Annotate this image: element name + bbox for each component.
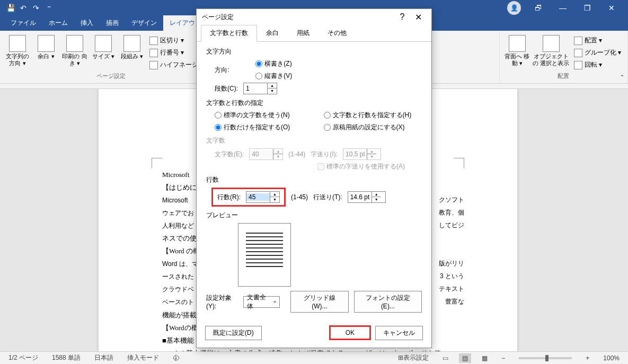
tab-margins[interactable]: 余白 [257, 25, 288, 41]
ribbon-options-icon[interactable]: 🗗 [526, 0, 551, 16]
lines-spinner[interactable]: ▲▼ [246, 191, 280, 203]
section-lines: 行数 [206, 175, 422, 184]
radio-both[interactable]: 文字数と行数を指定する(H) [324, 111, 422, 120]
margin-mark-tl [152, 158, 162, 168]
columns-button[interactable]: 段組み ▾ [119, 33, 145, 60]
margin-mark-tr [454, 158, 464, 168]
columns-spinner[interactable]: ▲▼ [243, 83, 277, 94]
tab-insert[interactable]: 挿入 [74, 15, 100, 31]
view-web-icon[interactable]: ▦ [479, 353, 491, 363]
view-read-icon[interactable]: ▭ [439, 353, 452, 363]
undo-icon[interactable]: ↶ [17, 2, 30, 14]
preview-thumbnail [238, 223, 291, 287]
dialog-title: ページ設定 [202, 13, 234, 22]
display-settings[interactable]: ⊞表示設定 [395, 352, 432, 363]
size-button[interactable]: サイズ ▾ [90, 33, 117, 60]
highlight-lines-input: 行数(R): ▲▼ [211, 188, 286, 207]
grid-lines-button[interactable]: グリッド線(W)... [290, 291, 349, 313]
radio-horizontal[interactable]: 横書き(Z) [255, 59, 292, 68]
rotate-button[interactable]: 回転 ▾ [572, 59, 623, 70]
chars-spinner: ▲▼ [249, 148, 283, 160]
orientation-button[interactable]: 印刷の 向き ▾ [61, 33, 88, 67]
chars-range: (1-44) [288, 150, 305, 158]
lines-range: (1-45) [291, 193, 308, 201]
minimize-button[interactable]: — [551, 0, 575, 16]
apply-to-label: 設定対象(Y): [206, 294, 238, 310]
ribbon-group-arrange: 背面へ 移動 ▾ オブジェクトの 選択と表示 配置 ▾ グループ化 ▾ 回転 ▾… [499, 31, 628, 83]
language-indicator[interactable]: 日本語 [91, 352, 117, 363]
collapse-ribbon-icon[interactable]: ⌃ [620, 74, 625, 81]
qat-more-icon[interactable]: ⁼ [42, 2, 55, 14]
dialog-tabs: 文字数と行数 余白 用紙 その他 [197, 25, 431, 42]
maximize-button[interactable]: ❐ [575, 0, 599, 16]
zoom-slider[interactable] [519, 357, 572, 359]
selection-pane-button[interactable]: オブジェクトの 選択と表示 [533, 33, 570, 67]
zoom-level[interactable]: 100% [600, 353, 623, 363]
section-text-direction: 文字方向 [206, 47, 422, 56]
dialog-close-icon[interactable]: ✕ [410, 12, 426, 22]
user-avatar-icon[interactable]: 👤 [507, 1, 521, 15]
tab-design[interactable]: デザイン [125, 15, 163, 31]
group-label-page: ページ設定 [96, 71, 126, 81]
line-pitch-spinner[interactable]: ▲▼ [348, 191, 386, 203]
columns-label: 段数(C): [215, 84, 238, 93]
radio-vertical[interactable]: 縦書き(V) [255, 72, 292, 81]
dialog-help-icon[interactable]: ? [394, 12, 410, 22]
tab-paper[interactable]: 用紙 [288, 25, 319, 41]
status-bar: 1/2 ページ 1588 単語 日本語 挿入モード 🛈 ⊞表示設定 ▭ ▤ ▦ … [0, 351, 628, 364]
radio-lines-only[interactable]: 行数だけを指定する(O) [215, 123, 313, 132]
font-settings-button[interactable]: フォントの設定(E)... [354, 291, 422, 313]
ok-button[interactable]: OK [329, 325, 371, 340]
group-label-arrange: 配置 [558, 71, 569, 81]
char-pitch-label: 字送り(I): [311, 150, 338, 159]
apply-to-select[interactable]: 文書全体 [243, 296, 280, 308]
cancel-button[interactable]: キャンセル [375, 326, 423, 340]
redo-icon[interactable]: ↷ [30, 2, 42, 14]
section-chars: 文字数 [206, 136, 422, 145]
zoom-out-icon[interactable]: − [498, 353, 508, 363]
tab-other[interactable]: その他 [319, 25, 356, 41]
use-std-pitch-checkbox: 標準の字送りを使用する(A) [317, 162, 405, 171]
save-icon[interactable]: 💾 [4, 2, 17, 14]
page-setup-dialog: ページ設定 ? ✕ 文字数と行数 余白 用紙 その他 文字方向 方向: 横書き(… [196, 8, 432, 348]
char-pitch-spinner: ▲▼ [343, 148, 381, 160]
zoom-in-icon[interactable]: + [582, 353, 592, 363]
radio-standard[interactable]: 標準の文字数を使う(N) [215, 111, 313, 120]
set-default-button[interactable]: 既定に設定(D) [205, 326, 262, 340]
text-direction-button[interactable]: 文字列の 方向 ▾ [4, 33, 31, 67]
line-pitch-label: 行送り(T): [313, 193, 342, 202]
view-print-icon[interactable]: ▤ [459, 353, 471, 363]
tab-file[interactable]: ファイル [4, 15, 42, 31]
lines-label: 行数(R): [217, 193, 241, 202]
tab-draw[interactable]: 描画 [100, 15, 125, 31]
word-count[interactable]: 1588 単語 [49, 352, 84, 363]
align-button[interactable]: 配置 ▾ [572, 35, 623, 46]
insert-mode[interactable]: 挿入モード [124, 352, 162, 363]
radio-manuscript[interactable]: 原稿用紙の設定にする(X) [324, 123, 422, 132]
page-indicator[interactable]: 1/2 ページ [5, 352, 41, 363]
send-backward-button[interactable]: 背面へ 移動 ▾ [504, 33, 530, 67]
tab-chars-lines[interactable]: 文字数と行数 [201, 25, 257, 42]
section-spec: 文字数と行数の指定 [206, 99, 422, 108]
chars-label: 文字数(E): [215, 150, 244, 159]
close-button[interactable]: ✕ [599, 0, 624, 16]
group-objects-button[interactable]: グループ化 ▾ [572, 47, 623, 58]
tab-home[interactable]: ホーム [42, 15, 74, 31]
section-preview: プレビュー [206, 211, 422, 220]
margins-button[interactable]: 余白 ▾ [33, 33, 59, 60]
direction-label: 方向: [215, 66, 229, 75]
ribbon-group-page-setup: 文字列の 方向 ▾ 余白 ▾ 印刷の 向き ▾ サイズ ▾ 段組み ▾ 区切り … [0, 31, 223, 83]
accessibility-icon[interactable]: 🛈 [170, 353, 182, 363]
dialog-titlebar: ページ設定 ? ✕ [197, 9, 431, 25]
